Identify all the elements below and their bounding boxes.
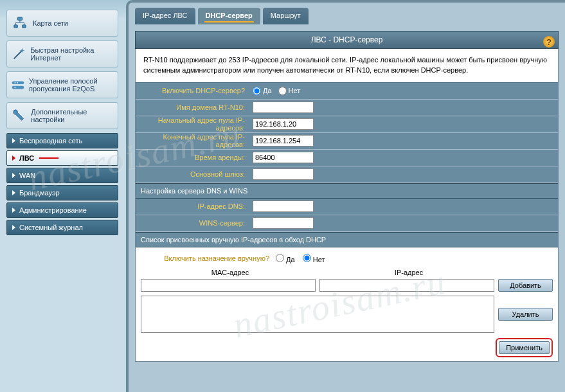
dns-wins-header: Настройка сервера DNS и WINS bbox=[136, 183, 558, 199]
tab-label: Маршрут bbox=[271, 12, 301, 19]
sidebar: Карта сети Быстрая настройка Интернет Уп… bbox=[6, 10, 118, 237]
submenu-label: Беспроводная сеть bbox=[19, 137, 82, 145]
bandwidth-icon bbox=[11, 77, 25, 93]
mac-input[interactable] bbox=[141, 279, 316, 292]
chevron-icon bbox=[12, 173, 15, 178]
enable-yes-radio[interactable]: Да bbox=[253, 87, 272, 95]
wins-label: WINS-сервер: bbox=[136, 215, 250, 231]
submenu-label: ЛВС bbox=[19, 154, 34, 162]
main-content: IP-адрес ЛВС DHCP-сервер Маршрут ? ЛВС -… bbox=[126, 0, 565, 392]
menu-ezqos[interactable]: Управление полосой пропускания EzQoS bbox=[6, 71, 118, 98]
enable-dhcp-field: Да Нет bbox=[250, 83, 558, 99]
menu-advanced[interactable]: Дополнительные настройки bbox=[6, 102, 118, 129]
menu-network-map[interactable]: Карта сети bbox=[6, 10, 118, 37]
apply-button[interactable]: Применить bbox=[499, 341, 550, 354]
manual-list-textarea[interactable] bbox=[141, 296, 494, 333]
lease-label: Время аренды: bbox=[136, 150, 250, 166]
manual-columns-header: MAC-адрес IP-адрес bbox=[141, 269, 553, 276]
radio-input[interactable] bbox=[278, 87, 287, 95]
network-map-icon bbox=[11, 15, 29, 31]
submenu-syslog[interactable]: Системный журнал bbox=[6, 220, 118, 235]
svg-point-5 bbox=[15, 82, 16, 84]
submenu-admin[interactable]: Администрирование bbox=[6, 202, 118, 218]
active-indicator bbox=[39, 157, 58, 159]
gateway-input[interactable] bbox=[253, 168, 314, 180]
pool-start-input[interactable] bbox=[253, 118, 314, 130]
svg-rect-4 bbox=[12, 86, 24, 89]
manual-enable-label: Включить назначение вручную? bbox=[141, 254, 269, 262]
pool-end-label: Конечный адрес пула IP-адресов: bbox=[136, 133, 250, 149]
apply-highlight: Применить bbox=[496, 338, 553, 357]
panel-intro: RT-N10 поддерживает до 253 IP-адресов дл… bbox=[136, 49, 558, 83]
svg-rect-1 bbox=[14, 25, 18, 28]
magic-wand-icon bbox=[11, 46, 26, 62]
wins-input[interactable] bbox=[253, 217, 314, 229]
submenu-firewall[interactable]: Брандмауэр bbox=[6, 185, 118, 200]
lease-input[interactable] bbox=[253, 152, 314, 163]
help-icon[interactable]: ? bbox=[543, 36, 555, 48]
radio-input[interactable] bbox=[253, 87, 261, 95]
delete-button[interactable]: Удалить bbox=[498, 308, 553, 321]
submenu-wireless[interactable]: Беспроводная сеть bbox=[6, 133, 118, 148]
pool-start-label: Начальный адрес пула IP-адресов: bbox=[136, 116, 250, 132]
chevron-icon bbox=[12, 156, 15, 161]
gateway-label: Основной шлюз: bbox=[136, 166, 250, 183]
dns-label: IP-адрес DNS: bbox=[136, 199, 250, 215]
submenu-label: Брандмауэр bbox=[19, 189, 60, 197]
ip-input[interactable] bbox=[319, 279, 494, 292]
enable-dhcp-label: Включить DHCP-сервер? bbox=[136, 83, 250, 99]
tab-route[interactable]: Маршрут bbox=[263, 8, 309, 24]
chevron-icon bbox=[12, 138, 15, 143]
manual-yes-radio[interactable]: Да bbox=[276, 254, 295, 263]
panel-title: ЛВС - DHCP-сервер bbox=[135, 31, 559, 49]
active-underline bbox=[204, 21, 254, 22]
svg-point-6 bbox=[17, 82, 18, 84]
menu-label: Дополнительные настройки bbox=[31, 108, 114, 123]
mac-column-header: MAC-адрес bbox=[141, 269, 319, 276]
submenu-label: Системный журнал bbox=[19, 224, 83, 231]
ip-column-header: IP-адрес bbox=[319, 269, 498, 276]
svg-rect-2 bbox=[22, 25, 26, 28]
radio-input[interactable] bbox=[303, 254, 311, 262]
menu-label: Управление полосой пропускания EzQoS bbox=[29, 77, 114, 93]
domain-input[interactable] bbox=[253, 102, 314, 113]
add-button[interactable]: Добавить bbox=[498, 279, 553, 292]
menu-label: Карта сети bbox=[33, 19, 68, 27]
submenu-lan[interactable]: ЛВС bbox=[6, 150, 118, 166]
manual-no-radio[interactable]: Нет bbox=[303, 254, 325, 263]
tab-label: IP-адрес ЛВС bbox=[143, 12, 188, 19]
tools-icon bbox=[11, 108, 27, 123]
submenu-wan[interactable]: WAN bbox=[6, 168, 118, 183]
tab-lan-ip[interactable]: IP-адрес ЛВС bbox=[135, 8, 195, 24]
dns-input[interactable] bbox=[253, 200, 314, 212]
menu-label: Быстрая настройка Интернет bbox=[30, 46, 114, 62]
tab-dhcp-server[interactable]: DHCP-сервер bbox=[198, 8, 260, 24]
svg-rect-0 bbox=[17, 17, 22, 21]
chevron-icon bbox=[12, 225, 15, 230]
advanced-submenu: Беспроводная сеть ЛВС WAN Брандмауэр Адм… bbox=[6, 133, 118, 235]
chevron-icon bbox=[12, 190, 15, 195]
submenu-label: Администрирование bbox=[19, 206, 87, 214]
svg-point-7 bbox=[15, 87, 16, 88]
radio-input[interactable] bbox=[276, 254, 284, 262]
manual-list-header: Список присвоенных вручную IP-адресов в … bbox=[136, 232, 558, 247]
domain-label: Имя домена RT-N10: bbox=[136, 100, 250, 116]
menu-quick-setup[interactable]: Быстрая настройка Интернет bbox=[6, 40, 118, 67]
panel-body: RT-N10 поддерживает до 253 IP-адресов дл… bbox=[135, 49, 559, 362]
tab-label: DHCP-сервер bbox=[206, 12, 253, 19]
submenu-label: WAN bbox=[19, 172, 35, 179]
chevron-icon bbox=[12, 208, 15, 213]
pool-end-input[interactable] bbox=[253, 135, 314, 147]
enable-no-radio[interactable]: Нет bbox=[278, 87, 301, 95]
tabs: IP-адрес ЛВС DHCP-сервер Маршрут bbox=[129, 8, 565, 24]
